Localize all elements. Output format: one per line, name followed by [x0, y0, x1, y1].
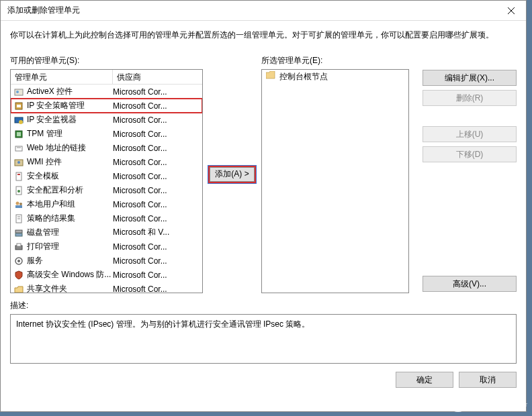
instruction-text: 你可以在计算机上为此控制台选择可用的管理单元并配置所选的一组管理单元。对于可扩展… — [10, 29, 517, 42]
snapin-name: 共享文件夹 — [27, 283, 113, 293]
svg-point-3 — [16, 91, 19, 93]
available-item[interactable]: TPM 管理Microsoft Cor... — [11, 127, 202, 141]
svg-point-19 — [19, 203, 22, 205]
svg-rect-5 — [17, 105, 21, 107]
available-item[interactable]: 磁盘管理Microsoft 和 V... — [11, 225, 202, 240]
snapin-icon — [13, 129, 24, 140]
snapin-vendor: Microsoft 和 V... — [113, 227, 200, 238]
window-title: 添加或删除管理单元 — [7, 5, 80, 16]
snapin-name: 本地用户和组 — [27, 199, 113, 210]
snapin-name: 安全配置和分析 — [27, 185, 113, 196]
svg-rect-9 — [17, 132, 21, 136]
description-label: 描述: — [10, 300, 517, 311]
snapin-name: IP 安全策略管理 — [27, 100, 113, 111]
snapin-name: 高级安全 Windows 防... — [27, 269, 113, 280]
snapin-icon — [13, 270, 24, 280]
snapin-icon — [13, 199, 24, 210]
snapin-icon — [13, 213, 24, 224]
svg-point-29 — [17, 260, 20, 262]
snapin-vendor: Microsoft Cor... — [113, 115, 200, 125]
header-name[interactable]: 管理单元 — [11, 70, 113, 84]
snapin-icon — [13, 101, 24, 111]
close-icon — [508, 7, 515, 14]
available-item[interactable]: ActiveX 控件Microsoft Cor... — [11, 85, 202, 99]
header-vendor[interactable]: 供应商 — [113, 70, 202, 84]
available-listbox[interactable]: 管理单元 供应商 ActiveX 控件Microsoft Cor...IP 安全… — [10, 69, 203, 293]
snapin-icon — [13, 115, 24, 125]
close-button[interactable] — [496, 1, 526, 21]
snapin-vendor: Microsoft Cor... — [113, 284, 200, 294]
edit-extensions-button[interactable]: 编辑扩展(X)... — [423, 70, 517, 86]
svg-rect-25 — [15, 233, 22, 236]
folder-icon — [266, 71, 277, 82]
add-button[interactable]: 添加(A) > — [210, 167, 255, 182]
snapin-vendor: Microsoft Cor... — [113, 256, 200, 266]
ok-button[interactable]: 确定 — [396, 372, 453, 388]
description-text: Internet 协议安全性 (IPsec) 管理。为与别的计算机进行安全通讯管… — [16, 319, 310, 329]
snapin-vendor: Microsoft Cor... — [113, 87, 200, 97]
move-up-button[interactable]: 上移(U) — [423, 126, 517, 142]
snapin-vendor: Microsoft Cor... — [113, 129, 200, 139]
svg-rect-20 — [15, 205, 22, 208]
cancel-button[interactable]: 取消 — [459, 372, 517, 388]
snapin-icon — [13, 242, 24, 252]
available-item[interactable]: 共享文件夹Microsoft Cor... — [11, 282, 202, 293]
svg-rect-24 — [15, 230, 22, 233]
snapin-vendor: Microsoft Cor... — [113, 214, 200, 223]
snapin-icon — [13, 284, 24, 294]
snapin-icon — [13, 87, 24, 97]
snapin-icon — [13, 143, 24, 154]
snapin-name: 服务 — [27, 255, 113, 266]
available-item[interactable]: IP 安全策略管理Microsoft Cor... — [11, 99, 202, 113]
available-item[interactable]: WMI 控件Microsoft Cor... — [11, 155, 202, 169]
snapin-name: TPM 管理 — [27, 128, 113, 140]
available-header: 管理单元 供应商 — [11, 70, 202, 85]
svg-point-7 — [19, 120, 23, 124]
snapin-vendor: Microsoft Cor... — [113, 144, 200, 153]
available-item[interactable]: IP 安全监视器Microsoft Cor... — [11, 113, 202, 127]
available-item[interactable]: 安全模板Microsoft Cor... — [11, 169, 202, 183]
available-item[interactable]: 策略的结果集Microsoft Cor... — [11, 211, 202, 225]
svg-rect-15 — [17, 174, 20, 175]
snapin-vendor: Microsoft Cor... — [113, 101, 200, 111]
snapin-vendor: Microsoft Cor... — [113, 200, 200, 209]
available-item[interactable]: 高级安全 Windows 防...Microsoft Cor... — [11, 268, 202, 282]
snapin-name: Web 地址的链接 — [27, 142, 113, 154]
snapin-icon — [13, 157, 24, 168]
snapin-name: 磁盘管理 — [27, 227, 113, 238]
snapin-name: 策略的结果集 — [27, 213, 113, 224]
svg-rect-10 — [15, 146, 22, 151]
snapin-name: ActiveX 控件 — [27, 86, 113, 97]
snapin-icon — [13, 185, 24, 196]
available-item[interactable]: Web 地址的链接Microsoft Cor... — [11, 141, 202, 155]
svg-point-18 — [16, 201, 19, 205]
available-item[interactable]: 打印管理Microsoft Cor... — [11, 240, 202, 254]
snapin-name: 打印管理 — [27, 241, 113, 252]
selected-label: 所选管理单元(E): — [261, 55, 409, 66]
selected-listbox[interactable]: 控制台根节点 — [261, 69, 409, 293]
snapin-vendor: Microsoft Cor... — [113, 158, 200, 167]
content-area: 你可以在计算机上为此控制台选择可用的管理单元并配置所选的一组管理单元。对于可扩展… — [1, 21, 526, 395]
remove-button[interactable]: 删除(R) — [423, 90, 517, 106]
svg-rect-27 — [17, 244, 21, 246]
snapin-vendor: Microsoft Cor... — [113, 186, 200, 195]
snapin-icon — [13, 227, 24, 238]
snapin-vendor: Microsoft Cor... — [113, 172, 200, 181]
dialog-window: 添加或删除管理单元 你可以在计算机上为此控制台选择可用的管理单元并配置所选的一组… — [0, 0, 527, 412]
description-box: Internet 协议安全性 (IPsec) 管理。为与别的计算机进行安全通讯管… — [10, 314, 517, 364]
snapin-icon — [13, 256, 24, 266]
available-label: 可用的管理单元(S): — [10, 55, 203, 66]
available-item[interactable]: 服务Microsoft Cor... — [11, 254, 202, 268]
snapin-name: 安全模板 — [27, 170, 113, 182]
available-item[interactable]: 安全配置和分析Microsoft Cor... — [11, 183, 202, 197]
snapin-icon — [13, 171, 24, 182]
console-root-label: 控制台根节点 — [279, 71, 328, 83]
advanced-button[interactable]: 高级(V)... — [423, 276, 517, 292]
snapin-name: WMI 控件 — [27, 156, 113, 168]
svg-rect-14 — [16, 172, 21, 180]
move-down-button[interactable]: 下移(D) — [423, 146, 517, 162]
available-item[interactable]: 本地用户和组Microsoft Cor... — [11, 197, 202, 211]
svg-rect-2 — [15, 89, 23, 95]
snapin-name: IP 安全监视器 — [27, 114, 113, 125]
console-root-item[interactable]: 控制台根节点 — [262, 70, 408, 83]
